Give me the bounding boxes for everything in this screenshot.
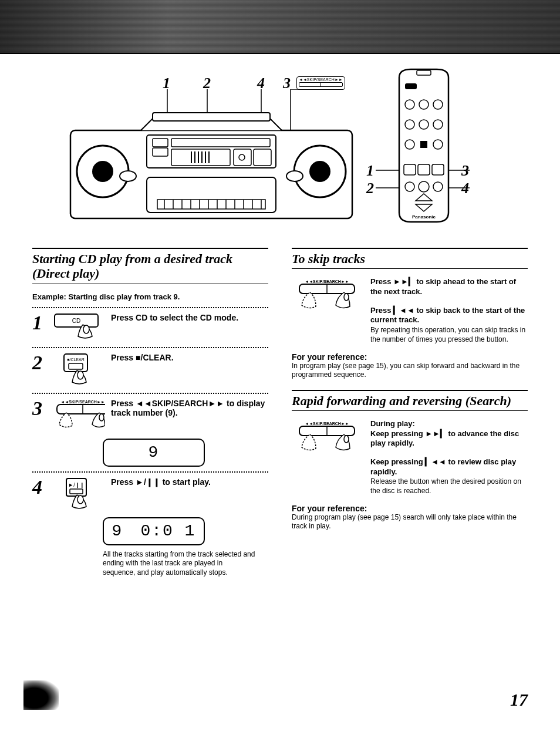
step-text: Press ►/❙❙ to start play. — [111, 477, 268, 487]
skip-search-callout-box: ◄◄SKIP/SEARCH►► — [296, 76, 345, 90]
step-number: 4 — [32, 477, 48, 497]
diagram-area: 1 2 4 3 ◄◄SKIP/SEARCH►► — [0, 54, 560, 236]
page-number: 17 — [510, 690, 528, 710]
skip-search-icon: ◄◄SKIP/SEARCH►► — [53, 399, 105, 434]
lcd-track: 9 — [149, 443, 160, 461]
reference-body: In program play (see page 15), you can s… — [292, 362, 528, 379]
svg-point-59 — [419, 181, 429, 192]
section-title-skip: To skip tracks — [292, 250, 528, 267]
step-3: 3 ◄◄SKIP/SEARCH►► Press ◄◄SKIP/SEARCH►► … — [32, 399, 268, 434]
svg-text:►/❙❙: ►/❙❙ — [68, 482, 84, 488]
callout-remote-2: 2 — [366, 180, 374, 197]
boombox-illustration — [59, 89, 364, 224]
reference-heading: For your reference: — [292, 504, 528, 513]
svg-rect-57 — [432, 164, 444, 175]
svg-point-51 — [419, 120, 429, 129]
remote-illustration: Panasonic — [376, 66, 475, 230]
svg-text:CD: CD — [72, 318, 80, 324]
play-pause-icon: ►/❙❙ — [53, 477, 105, 513]
dotted-divider — [32, 347, 268, 348]
svg-rect-25 — [254, 149, 271, 166]
svg-point-85 — [344, 436, 349, 443]
svg-rect-56 — [418, 164, 430, 175]
dotted-divider — [32, 307, 268, 308]
step-text: Press ■/CLEAR. — [111, 353, 268, 362]
svg-point-81 — [344, 294, 349, 301]
step-1: 1 CD Press CD to select the CD mode. — [32, 313, 268, 342]
svg-point-49 — [433, 100, 443, 109]
step-number: 2 — [32, 353, 48, 373]
manual-page: 1 2 4 3 ◄◄SKIP/SEARCH►► — [0, 0, 560, 745]
svg-point-58 — [405, 182, 414, 191]
svg-rect-45 — [417, 70, 431, 75]
svg-rect-14 — [153, 139, 168, 147]
svg-point-48 — [419, 100, 429, 109]
svg-point-50 — [405, 120, 414, 129]
step-4: 4 ►/❙❙ Press ►/❙❙ to start play. — [32, 477, 268, 513]
section-title-direct-play: Starting CD play from a desired track (D… — [32, 250, 268, 282]
svg-text:◄◄SKIP/SEARCH►►: ◄◄SKIP/SEARCH►► — [60, 400, 105, 404]
svg-point-47 — [405, 100, 414, 109]
content-columns: Starting CD play from a desired track (D… — [0, 236, 560, 577]
svg-rect-68 — [69, 363, 83, 369]
svg-rect-71 — [57, 404, 105, 414]
callout-remote-1: 1 — [366, 162, 374, 180]
dotted-divider — [32, 471, 268, 473]
svg-point-8 — [92, 161, 113, 182]
step-number: 3 — [32, 399, 48, 419]
svg-point-53 — [405, 140, 414, 149]
corner-smudge — [23, 680, 59, 710]
left-column: Starting CD play from a desired track (D… — [32, 248, 268, 577]
skip-text: Press ►►▎ to skip ahead to the start of … — [370, 277, 528, 344]
svg-text:Panasonic: Panasonic — [412, 214, 436, 220]
reference-body: During program play (see page 15) search… — [292, 513, 528, 531]
svg-text:◄◄SKIP/SEARCH►►: ◄◄SKIP/SEARCH►► — [305, 279, 349, 284]
svg-point-9 — [120, 171, 136, 181]
right-column: To skip tracks ◄◄SKIP/SEARCH►► Press ►►▎… — [292, 248, 528, 577]
clear-button-icon: ■/CLEAR — [53, 353, 105, 388]
skip-search-callout-label: ◄◄SKIP/SEARCH►► — [299, 77, 343, 82]
step-text: Press CD to select the CD mode. — [111, 313, 268, 322]
svg-rect-17 — [171, 149, 230, 166]
svg-point-26 — [239, 154, 245, 160]
svg-point-52 — [433, 120, 443, 129]
svg-rect-6 — [153, 113, 270, 121]
search-block: ◄◄SKIP/SEARCH►► During play: Keep pressi… — [292, 419, 528, 495]
svg-point-77 — [77, 495, 83, 504]
svg-rect-15 — [153, 148, 168, 156]
step-text: Press ◄◄SKIP/SEARCH►► to display track n… — [111, 399, 268, 417]
svg-point-65 — [83, 325, 89, 333]
skip-block: ◄◄SKIP/SEARCH►► Press ►►▎ to skip ahead … — [292, 277, 528, 344]
svg-point-54 — [433, 140, 443, 149]
svg-text:◄◄SKIP/SEARCH►►: ◄◄SKIP/SEARCH►► — [305, 422, 349, 426]
step-number: 1 — [32, 313, 48, 333]
step-2: 2 ■/CLEAR Press ■/CLEAR. — [32, 353, 268, 388]
svg-rect-16 — [171, 139, 270, 147]
lcd-track: 9 — [112, 522, 123, 540]
svg-point-60 — [433, 182, 443, 191]
svg-rect-76 — [70, 489, 83, 494]
example-line: Example: Starting disc play from track 9… — [32, 292, 268, 301]
svg-point-69 — [77, 371, 83, 379]
svg-rect-46 — [405, 83, 417, 89]
lcd-time: 0:0 1 — [140, 522, 195, 540]
reference-heading: For your reference: — [292, 352, 528, 362]
skip-search-icon: ◄◄SKIP/SEARCH►► — [292, 277, 362, 344]
svg-point-73 — [99, 414, 104, 421]
search-text: During play: Keep pressing ►►▎ to advanc… — [370, 419, 528, 495]
svg-point-11 — [309, 161, 330, 182]
dotted-divider — [32, 393, 268, 394]
svg-text:■/CLEAR: ■/CLEAR — [67, 358, 85, 362]
section-title-search: Rapid forwarding and reversing (Search) — [292, 392, 528, 409]
skip-search-icon: ◄◄SKIP/SEARCH►► — [292, 419, 362, 495]
step4-caption: All the tracks starting from the track s… — [103, 550, 255, 578]
cd-button-icon: CD — [53, 313, 105, 342]
lcd-display-step4: 9 0:0 1 — [103, 517, 205, 545]
svg-rect-61 — [420, 141, 427, 148]
lcd-display-step3: 9 — [103, 439, 205, 467]
svg-point-12 — [286, 171, 303, 181]
header-texture — [0, 0, 560, 54]
svg-rect-55 — [404, 164, 416, 175]
